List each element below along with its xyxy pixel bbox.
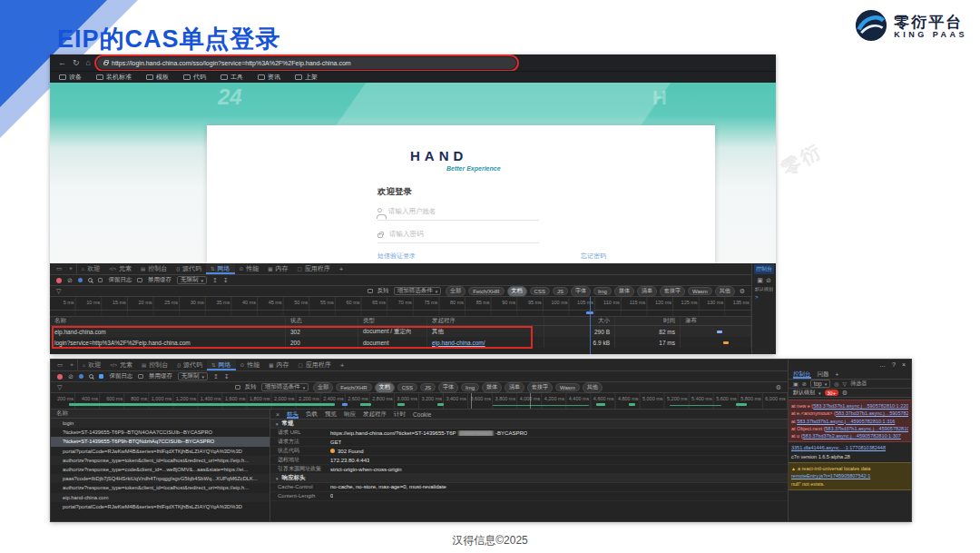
- password-field[interactable]: 请输入密码: [377, 230, 539, 243]
- gear-icon[interactable]: ⚙: [842, 390, 848, 397]
- filter-chip[interactable]: Img: [461, 383, 479, 391]
- record-icon[interactable]: [57, 374, 63, 380]
- tab-memory[interactable]: ▦内存: [264, 360, 293, 370]
- tab-memory[interactable]: ▦内存: [263, 263, 292, 274]
- col-name[interactable]: 名称: [50, 317, 286, 325]
- inspect-icon[interactable]: ⌖: [65, 263, 77, 274]
- bookmark-item[interactable]: 设备: [59, 73, 82, 82]
- eye-icon[interactable]: ◎: [834, 380, 838, 387]
- tab-application[interactable]: ▢应用程序: [293, 360, 335, 370]
- disable-cache-checkbox[interactable]: [138, 374, 143, 380]
- tab-welcome[interactable]: ⌂欢迎: [77, 263, 104, 274]
- table-row[interactable]: login?service=http%3A%2F%2Feip.hand-chin…: [50, 337, 751, 348]
- table-row[interactable]: eip.hand-china.com 302 document / 重定向 其他…: [50, 326, 751, 337]
- tab-initiator[interactable]: 发起程序: [363, 410, 387, 419]
- panel-icon[interactable]: ▣: [757, 277, 763, 283]
- preserve-log-checkbox[interactable]: [99, 374, 104, 380]
- more-tabs-button[interactable]: +: [836, 371, 839, 378]
- import-har-icon[interactable]: ↥: [213, 373, 219, 380]
- tab-issues[interactable]: 问题: [818, 370, 829, 379]
- filter-chip[interactable]: 清单: [637, 286, 657, 297]
- tab-timing[interactable]: 计时: [394, 410, 406, 419]
- drawer-console-tab[interactable]: 控制台: [754, 264, 774, 274]
- col-type[interactable]: 类型: [358, 317, 427, 325]
- tab-preview[interactable]: 预览: [325, 410, 337, 419]
- stack-link[interactable]: 583.37bd37b2.async.j…45905782810:1:307: [803, 433, 901, 439]
- filter-chip[interactable]: 清单: [505, 382, 524, 393]
- warning-link[interactable]: remoteEntry.js?t=1745905807542:1: [791, 473, 870, 479]
- request-row[interactable]: login: [51, 419, 270, 428]
- filter-chip[interactable]: 字体: [438, 382, 458, 393]
- gear-icon[interactable]: ⚙: [740, 288, 745, 295]
- filter-chip[interactable]: JS: [420, 383, 436, 391]
- col-size[interactable]: 大小: [544, 317, 615, 325]
- tab-application[interactable]: ▢应用程序: [292, 263, 334, 274]
- back-icon[interactable]: ←: [58, 59, 66, 67]
- filter-chip[interactable]: Img: [593, 287, 612, 295]
- clear-icon[interactable]: ⊘: [68, 373, 74, 380]
- network-conditions-icon[interactable]: [78, 278, 83, 282]
- clear-icon[interactable]: ⊘: [67, 277, 73, 283]
- filter-funnel-icon[interactable]: ▽: [57, 384, 62, 390]
- device-toolbar-icon[interactable]: ▭: [53, 263, 65, 274]
- filter-chip[interactable]: 文档: [375, 382, 395, 393]
- filter-funnel-icon[interactable]: ▽: [56, 288, 61, 294]
- preserve-log-checkbox[interactable]: [98, 278, 103, 283]
- import-har-icon[interactable]: ↥: [212, 277, 218, 283]
- tab-cookies[interactable]: Cookie: [413, 411, 431, 418]
- filter-chip[interactable]: Fetch/XHR: [336, 383, 371, 391]
- throttling-select[interactable]: 无限制▾: [178, 372, 208, 380]
- throttling-select[interactable]: 无限制▾: [177, 276, 207, 284]
- tab-performance[interactable]: ⊙性能: [236, 360, 265, 370]
- tab-console[interactable]: ▤控制台: [137, 360, 172, 370]
- bookmark-item[interactable]: 工具: [220, 73, 243, 82]
- disable-cache-checkbox[interactable]: [137, 278, 142, 283]
- default-levels-label[interactable]: 默认级别: [793, 389, 815, 397]
- network-conditions-icon[interactable]: [79, 374, 83, 379]
- console-prompt[interactable]: >: [752, 294, 759, 300]
- bookmark-item[interactable]: 资讯: [258, 73, 280, 82]
- tab-console[interactable]: ▤控制台: [136, 263, 172, 274]
- clear-icon[interactable]: ⊘: [766, 277, 771, 283]
- more-filters-select[interactable]: 增加筛选条件▾: [394, 287, 442, 295]
- filter-chip[interactable]: Fetch/XHR: [468, 287, 504, 295]
- request-row[interactable]: ?ticket=ST-1439655-T6P9h-BTQNdzhAq7CCISU…: [51, 437, 270, 446]
- filter-chip[interactable]: 套接字: [527, 382, 553, 393]
- col-waterfall[interactable]: 瀑布: [681, 317, 751, 325]
- col-status[interactable]: 状态: [286, 317, 358, 325]
- filter-chip[interactable]: 文档: [507, 286, 527, 297]
- sms-login-link[interactable]: 短信验证登录: [377, 252, 416, 261]
- filter-chip[interactable]: 其他: [715, 286, 735, 297]
- filter-chip[interactable]: 全部: [446, 286, 466, 297]
- filter-chip[interactable]: 媒体: [482, 382, 502, 393]
- request-list-header[interactable]: 名称: [51, 410, 270, 419]
- close-icon[interactable]: ×: [276, 411, 279, 418]
- search-icon[interactable]: [89, 374, 93, 379]
- bookmark-item[interactable]: 上架: [295, 73, 318, 82]
- general-section-header[interactable]: ▾常规: [270, 420, 788, 429]
- stack-link[interactable]: 583.37bd37b1.async.j…5905782810:1:2205: [813, 403, 908, 409]
- forgot-password-link[interactable]: 忘记密码: [581, 252, 606, 261]
- export-har-icon[interactable]: ↧: [223, 277, 229, 283]
- invert-checkbox[interactable]: [368, 289, 373, 294]
- stack-link[interactable]: 583.37bd37b1.async.j…45905782810:1:320: [825, 426, 908, 431]
- tab-elements[interactable]: </>元素: [104, 263, 136, 274]
- address-url[interactable]: https://login.hand-china.com/sso/login?s…: [112, 60, 351, 66]
- filter-chip[interactable]: CSS: [397, 383, 417, 391]
- clear-console-icon[interactable]: ⊘: [802, 380, 807, 387]
- request-row[interactable]: ?ticket=ST-1439655-T6P9--BTQN4OAA7CCISUI…: [51, 428, 270, 437]
- more-tabs-button[interactable]: +: [335, 263, 348, 274]
- address-bar[interactable]: https://login.hand-china.com/sso/login?s…: [97, 57, 516, 69]
- more-tabs-button[interactable]: +: [336, 360, 349, 370]
- invert-checkbox[interactable]: [235, 385, 240, 390]
- request-row[interactable]: authorize?response_type=token&client_id=…: [51, 483, 270, 492]
- tab-network[interactable]: ⇅网络: [206, 263, 235, 274]
- home-icon[interactable]: ⌂: [86, 59, 91, 67]
- tab-sources[interactable]: {}源代码: [172, 360, 207, 370]
- tab-console-side[interactable]: 控制台: [793, 370, 811, 379]
- filter-chip[interactable]: 其他: [583, 382, 603, 393]
- filter-chip[interactable]: 媒体: [614, 286, 634, 297]
- record-icon[interactable]: [56, 278, 62, 283]
- more-filters-select[interactable]: 增加筛选条件▾: [261, 383, 309, 391]
- tab-headers[interactable]: 标头: [287, 410, 299, 419]
